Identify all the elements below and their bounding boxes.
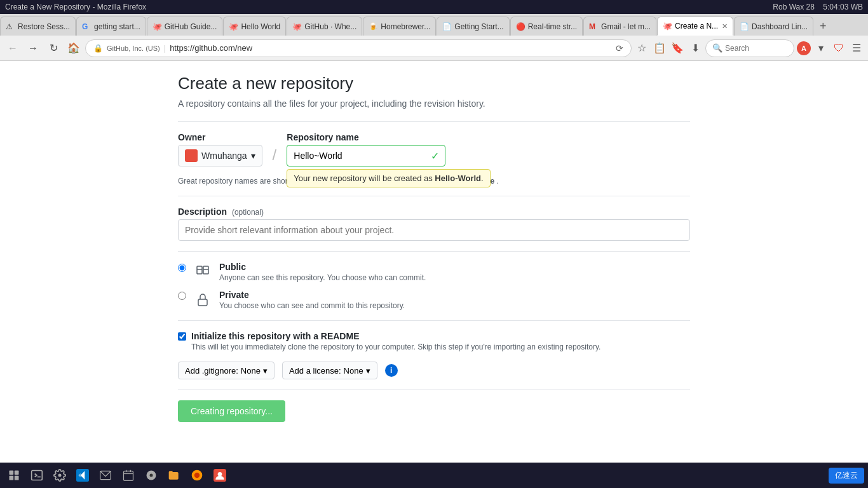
slash-separator: / (273, 135, 277, 164)
avatar-icon[interactable]: A (797, 41, 811, 55)
tab-favicon-github4: 🐙 (663, 22, 672, 30)
tooltip-text: Your new repository will be created as (294, 173, 435, 183)
tab-create-repo[interactable]: 🐙 Create a N... ✕ (657, 17, 733, 36)
valid-check-icon: ✓ (431, 150, 439, 162)
owner-dropdown-icon: ▾ (251, 151, 255, 161)
gitignore-dropdown[interactable]: Add .gitignore: None ▾ (178, 362, 275, 379)
repo-name-wrapper: ✓ Your new repository will be created as… (287, 145, 445, 166)
refresh-button[interactable]: ↻ (44, 39, 62, 57)
window-title: Create a New Repository - Mozilla Firefo… (5, 3, 146, 11)
description-input[interactable] (178, 219, 690, 241)
tab-favicon-restore: ⚠ (6, 22, 15, 31)
tab-favicon-red: 🔴 (516, 22, 525, 31)
description-label: Description (optional) (178, 207, 690, 217)
public-icon (193, 262, 213, 282)
license-dropdown[interactable]: Add a license: None ▾ (282, 362, 377, 379)
info-icon[interactable]: i (385, 364, 398, 377)
bookmark-star-icon[interactable]: ☆ (634, 42, 649, 54)
tooltip-suffix: . (481, 173, 484, 183)
refresh-inline-icon[interactable]: ⟳ (616, 43, 623, 53)
tab-bar: ⚠ Restore Sess... G getting start... 🐙 G… (0, 14, 868, 36)
public-desc: Anyone can see this repository. You choo… (219, 273, 426, 282)
tab-getting-start2[interactable]: 📄 Getting Start... (437, 17, 509, 36)
repo-name-group: Repository name ✓ Your new repository wi… (287, 132, 445, 166)
gitignore-value: None (241, 366, 261, 376)
svg-rect-4 (198, 299, 207, 306)
tab-favicon-gmail: M (589, 22, 598, 31)
title-bar: Create a New Repository - Mozilla Firefo… (0, 0, 868, 14)
home-button[interactable]: 🏠 (65, 39, 83, 57)
private-desc: You choose who can see and commit to thi… (219, 301, 405, 310)
description-optional: (optional) (232, 208, 264, 217)
lock-icon: 🔒 (93, 44, 103, 53)
site-info: GitHub, Inc. (US) (107, 44, 160, 52)
download-icon[interactable]: ⬇ (688, 42, 703, 54)
tab-hello-world[interactable]: 🐙 Hello World (223, 17, 286, 36)
public-radio[interactable] (178, 264, 186, 272)
vis-divider (178, 251, 690, 252)
menu-icon[interactable]: ☰ (849, 42, 864, 54)
search-icon: 🔍 (712, 43, 722, 53)
page-content: Create a new repository A repository con… (0, 61, 868, 463)
reading-list-icon[interactable]: 📋 (652, 42, 667, 54)
url-bar[interactable]: 🔒 GitHub, Inc. (US) | ⟳ (85, 39, 632, 57)
readme-text: Initialize this repository with a README… (191, 331, 600, 351)
tab-favicon-brew: 🍺 (369, 22, 377, 31)
tab-realtime[interactable]: 🔴 Real-time str... (510, 17, 583, 36)
repo-name-input[interactable] (287, 145, 445, 166)
visibility-public-option: Public Anyone can see this repository. Y… (178, 262, 690, 282)
private-radio[interactable] (178, 292, 186, 300)
owner-group: Owner Wmuhanga ▾ (178, 132, 262, 166)
new-tab-button[interactable]: + (814, 17, 832, 35)
tab-github-whe[interactable]: 🐙 GitHub · Whe... (287, 17, 362, 36)
tab-favicon-dash: 📄 (740, 22, 749, 31)
system-tray: Rob Wax 28 5:04:03 WB (773, 3, 863, 11)
url-input[interactable] (170, 43, 612, 53)
forward-button[interactable]: → (24, 39, 42, 57)
page-title: Create a new repository (178, 74, 690, 93)
url-separator: | (164, 43, 166, 53)
readme-divider (178, 320, 690, 321)
search-bar[interactable]: 🔍 (705, 39, 794, 57)
private-text: Private You choose who can see and commi… (219, 290, 405, 310)
tab-getting-started[interactable]: G getting start... (76, 17, 146, 36)
owner-label: Owner (178, 132, 262, 142)
mid-divider (178, 196, 690, 196)
tab-close-icon[interactable]: ✕ (722, 22, 728, 30)
tooltip-bold: Hello-World (435, 173, 481, 183)
repo-name-label: Repository name (287, 132, 445, 142)
submit-divider (178, 390, 690, 390)
search-input[interactable] (725, 44, 787, 53)
tab-gmail[interactable]: M Gmail - let m... (583, 17, 656, 36)
tab-homebrew[interactable]: 🍺 Homebrewer... (363, 17, 436, 36)
description-group: Description (optional) (178, 207, 690, 241)
svg-rect-1 (203, 266, 208, 274)
repo-tooltip: Your new repository will be created as H… (287, 169, 490, 187)
license-chevron-icon: ▾ (366, 366, 370, 376)
tab-restore[interactable]: ⚠ Restore Sess... (0, 17, 76, 36)
readme-checkbox[interactable] (178, 332, 186, 341)
readme-row: Initialize this repository with a README… (178, 331, 690, 351)
tab-favicon-github3: 🐙 (292, 22, 301, 31)
back-button[interactable]: ← (4, 39, 22, 57)
tab-github-guide[interactable]: 🐙 GitHub Guide... (147, 17, 223, 36)
tab-favicon-g: G (82, 22, 91, 31)
top-divider (178, 121, 690, 122)
private-icon (193, 290, 213, 310)
owner-repo-row: Owner Wmuhanga ▾ / Repository name ✓ You… (178, 132, 690, 166)
page-subtitle: A repository contains all the files for … (178, 98, 690, 109)
nav-bar: ← → ↻ 🏠 🔒 GitHub, Inc. (US) | ⟳ ☆ 📋 🔖 ⬇ … (0, 36, 868, 61)
owner-name: Wmuhanga (201, 151, 247, 161)
adblock-icon[interactable]: 🛡 (831, 43, 846, 54)
tab-dashboard[interactable]: 📄 Dashboard Lin... (734, 17, 813, 36)
dropdowns-row: Add .gitignore: None ▾ Add a license: No… (178, 362, 690, 379)
visibility-options: Public Anyone can see this repository. Y… (178, 262, 690, 310)
create-repo-button[interactable]: Creating repository... (178, 400, 285, 422)
extensions-icon[interactable]: ▾ (813, 42, 829, 54)
public-text: Public Anyone can see this repository. Y… (219, 262, 426, 282)
tab-favicon-github2: 🐙 (229, 22, 238, 31)
pocket-icon[interactable]: 🔖 (670, 42, 685, 54)
license-value: None (344, 366, 363, 376)
owner-select[interactable]: Wmuhanga ▾ (178, 145, 262, 166)
tab-favicon-doc: 📄 (442, 22, 451, 31)
